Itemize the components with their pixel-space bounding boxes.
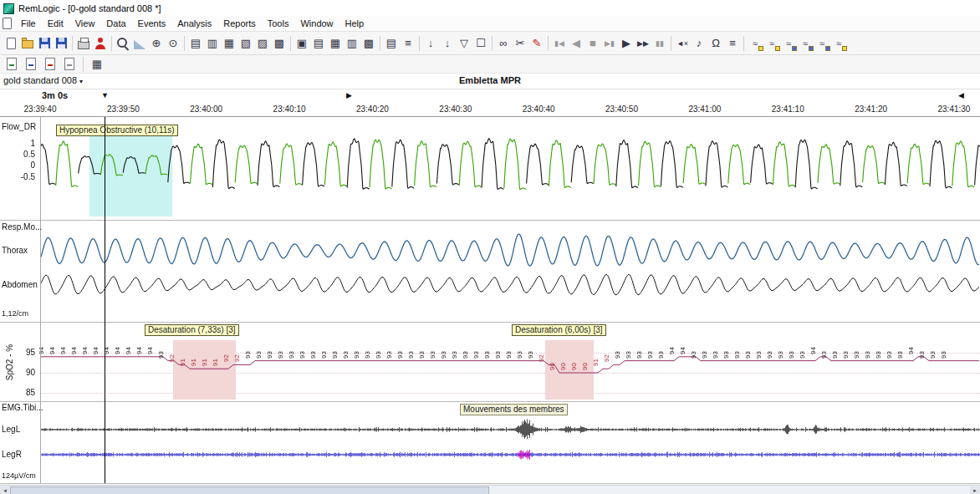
pause-icon[interactable]: ▮▮ xyxy=(651,34,668,52)
resp-group-label[interactable]: Resp.Mo... xyxy=(2,222,42,232)
goto-start-icon[interactable]: ▮◀ xyxy=(551,34,568,52)
spo2-value: 93 xyxy=(919,351,926,359)
desaturation-event-region-1[interactable] xyxy=(173,340,236,400)
time-cursor-line[interactable] xyxy=(105,117,105,483)
cursor-marker-icon[interactable]: ▼ xyxy=(101,91,109,99)
layout-single-icon[interactable]: ▤ xyxy=(187,34,204,52)
hypopnea-event-region[interactable] xyxy=(89,136,172,216)
text-page-glyph xyxy=(64,58,74,70)
open-folder-icon[interactable] xyxy=(19,34,36,52)
cut-icon[interactable]: ✂ xyxy=(512,34,528,52)
matrix-icon[interactable]: ▦ xyxy=(89,55,105,73)
menu-file[interactable]: File xyxy=(15,17,42,30)
menu-help[interactable]: Help xyxy=(339,17,370,30)
spo2-value: 94 xyxy=(136,347,143,354)
layout-mixed-icon[interactable]: ▩ xyxy=(271,34,288,52)
annotate-pen-icon[interactable]: ✎ xyxy=(528,34,545,52)
spo2-channel-label[interactable]: SpO2 - % xyxy=(5,334,14,392)
crosshair-icon[interactable]: ⊕ xyxy=(148,34,165,52)
menu-tools[interactable]: Tools xyxy=(262,17,295,30)
montage-icon-5[interactable]: ▩ xyxy=(360,34,377,52)
play-icon[interactable]: ▶ xyxy=(618,34,635,52)
audio-note-icon[interactable]: ♪ xyxy=(691,34,707,52)
spo2-value: 94 xyxy=(71,347,78,354)
limb-movement-event-label[interactable]: Mouvements des membres xyxy=(460,404,568,415)
cascade-arrows-icon[interactable]: ↓ xyxy=(439,34,456,52)
fast-forward-icon[interactable]: ▶▶ xyxy=(635,34,651,52)
stopwatch-icon[interactable]: ⊙ xyxy=(165,34,181,52)
legr-channel-label[interactable]: LegR xyxy=(2,450,22,459)
spo2-value: 94 xyxy=(115,347,121,354)
score-event-icon-5[interactable]: ≈ xyxy=(814,34,830,52)
filter-icon[interactable]: ▽ xyxy=(456,34,472,52)
goto-end-icon[interactable]: ▶▮ xyxy=(601,34,618,52)
layout-rows-icon[interactable]: ▨ xyxy=(254,34,271,52)
score-event-icon-6[interactable]: ≈ xyxy=(830,34,847,52)
spo2-value: 93 xyxy=(734,351,741,359)
montage-icon-4[interactable]: ▥ xyxy=(344,34,360,52)
impedance-omega-icon[interactable]: Ω xyxy=(707,34,724,52)
spo2-value: 92 xyxy=(223,354,230,362)
flow-channel-label[interactable]: Flow_DR xyxy=(2,122,36,131)
spo2-value: 93 xyxy=(441,351,447,359)
abdomen-channel-label[interactable]: Abdomen xyxy=(2,280,38,289)
score-event-icon-1[interactable]: ≈ xyxy=(747,34,763,52)
mdi-document-icon[interactable] xyxy=(3,18,12,29)
event-page-icon[interactable] xyxy=(42,55,59,73)
layout-grid-icon[interactable]: ▦ xyxy=(221,34,237,52)
event-marker-icon[interactable]: ▶ xyxy=(346,91,352,99)
save-all-icon[interactable] xyxy=(53,34,69,52)
layout-split-icon[interactable]: ▥ xyxy=(204,34,221,52)
spo2-value: 93 xyxy=(321,351,328,359)
spo2-value: 94 xyxy=(82,347,89,354)
menu-events[interactable]: Events xyxy=(132,17,172,30)
mute-icon[interactable]: ◄× xyxy=(674,34,691,52)
desaturation-event-label-1[interactable]: Desaturation (7,33s) [3] xyxy=(145,324,239,336)
link-channels-icon[interactable]: ∞ xyxy=(495,34,512,52)
montage-icon-1[interactable]: ▣ xyxy=(293,34,310,52)
spo2-value: 93 xyxy=(799,351,806,359)
signal-sheet-icon[interactable]: ▤ xyxy=(383,34,400,52)
menu-analysis[interactable]: Analysis xyxy=(171,17,217,30)
score-event-icon-2[interactable]: ≈ xyxy=(763,34,780,52)
menu-reports[interactable]: Reports xyxy=(217,17,262,30)
montage-icon-3[interactable]: ▦ xyxy=(327,34,344,52)
emg-group-label[interactable]: EMG.Tibi... xyxy=(2,403,43,412)
zoom-icon[interactable] xyxy=(115,34,131,52)
emg-scale-label: 124µV/cm xyxy=(2,471,36,480)
new-document-icon[interactable] xyxy=(3,34,19,52)
report-page-icon[interactable] xyxy=(23,55,39,73)
scrollbar-thumb[interactable] xyxy=(10,486,489,494)
protractor-icon[interactable] xyxy=(131,34,148,52)
menu-edit[interactable]: Edit xyxy=(42,17,69,30)
legl-channel-label[interactable]: LegL xyxy=(2,425,20,434)
print-icon[interactable] xyxy=(75,34,92,52)
spo2-value: 93 xyxy=(484,351,491,359)
menu-view[interactable]: View xyxy=(69,17,101,30)
stop-icon[interactable]: ■ xyxy=(584,34,601,52)
thorax-channel-label[interactable]: Thorax xyxy=(2,246,28,255)
spo2-value: 93 xyxy=(865,351,871,359)
event-list-icon[interactable]: ≡ xyxy=(400,34,416,52)
layout-columns-icon[interactable]: ▧ xyxy=(237,34,254,52)
hypopnea-event-label[interactable]: Hypopnea Obstructive (10,11s) xyxy=(56,125,178,136)
montage-icon-2[interactable]: ▤ xyxy=(310,34,327,52)
montage-settings-icon[interactable]: ≡ xyxy=(724,34,741,52)
time-ruler[interactable]: 3m 0s ▼ ▶ ◀ 23:39:4023:39:5023:40:0023:4… xyxy=(0,89,980,117)
signal-page-icon[interactable] xyxy=(3,55,20,73)
desaturation-event-label-2[interactable]: Desaturation (6,00s) [3] xyxy=(512,324,606,336)
horizontal-scrollbar[interactable]: ◂ ▸ xyxy=(0,485,980,494)
edge-marker-icon[interactable]: ◀ xyxy=(958,91,964,99)
scroll-right-button[interactable]: ▸ xyxy=(970,486,980,494)
score-event-icon-4[interactable]: ≈ xyxy=(797,34,814,52)
text-page-icon[interactable] xyxy=(61,55,78,73)
scroll-left-button[interactable]: ◂ xyxy=(0,486,10,494)
score-event-icon-3[interactable]: ≈ xyxy=(780,34,797,52)
menu-window[interactable]: Window xyxy=(294,17,339,30)
patient-icon[interactable] xyxy=(92,34,109,52)
save-icon[interactable] xyxy=(36,34,53,52)
menu-data[interactable]: Data xyxy=(100,17,131,30)
prev-page-icon[interactable]: ◀ xyxy=(568,34,584,52)
selection-box-icon[interactable]: ☐ xyxy=(472,34,489,52)
jump-down-icon[interactable]: ↓ xyxy=(422,34,439,52)
